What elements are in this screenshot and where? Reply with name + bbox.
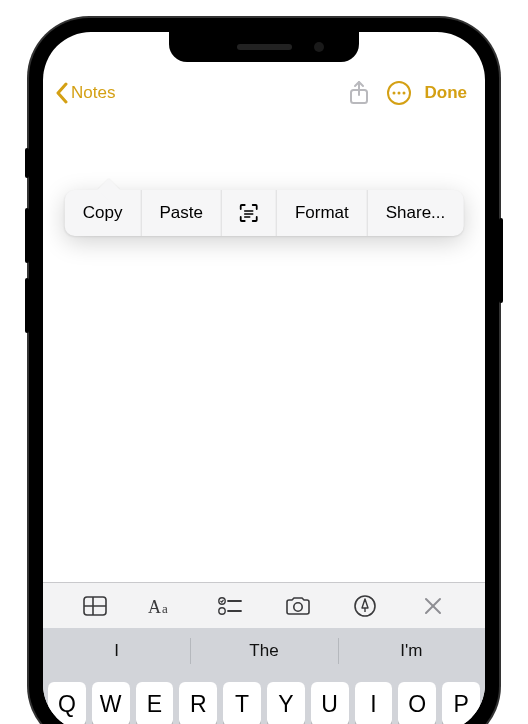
checklist-icon	[217, 595, 243, 617]
keyboard-toolbar: A a	[43, 582, 485, 628]
key-r[interactable]: R	[179, 682, 217, 724]
close-icon	[423, 596, 443, 616]
camera-button[interactable]	[276, 595, 320, 617]
close-toolbar-button[interactable]	[411, 596, 455, 616]
svg-point-3	[392, 92, 395, 95]
key-o[interactable]: O	[398, 682, 436, 724]
back-button[interactable]: Notes	[55, 82, 115, 104]
phone-frame: Notes Done Copy	[29, 18, 499, 724]
suggestion-1[interactable]: The	[190, 628, 337, 674]
suggestion-0[interactable]: I	[43, 628, 190, 674]
volume-down-button	[25, 278, 29, 333]
suggestions-bar: I The I'm	[43, 628, 485, 674]
table-button[interactable]	[73, 595, 117, 617]
key-u[interactable]: U	[311, 682, 349, 724]
key-e[interactable]: E	[136, 682, 174, 724]
speaker	[237, 44, 292, 50]
table-icon	[82, 595, 108, 617]
svg-point-16	[219, 607, 225, 613]
share-button[interactable]	[339, 80, 379, 106]
power-button	[499, 218, 503, 303]
key-i[interactable]: I	[355, 682, 393, 724]
context-menu: Copy Paste Format Share...	[65, 190, 464, 236]
key-w[interactable]: W	[92, 682, 130, 724]
suggestion-2[interactable]: I'm	[338, 628, 485, 674]
context-share[interactable]: Share...	[368, 190, 464, 236]
key-p[interactable]: P	[442, 682, 480, 724]
done-button[interactable]: Done	[419, 83, 468, 103]
svg-point-4	[397, 92, 400, 95]
back-label: Notes	[71, 83, 115, 103]
keyboard-row: Q W E R T Y U I O P	[43, 674, 485, 724]
ellipsis-circle-icon	[386, 80, 412, 106]
text-format-button[interactable]: A a	[140, 595, 184, 617]
scan-text-icon	[238, 202, 260, 224]
chevron-left-icon	[55, 82, 69, 104]
context-paste[interactable]: Paste	[141, 190, 221, 236]
svg-text:a: a	[162, 601, 168, 616]
share-icon	[348, 80, 370, 106]
markup-button[interactable]	[343, 594, 387, 618]
notch	[169, 32, 359, 62]
context-copy[interactable]: Copy	[65, 190, 142, 236]
key-q[interactable]: Q	[48, 682, 86, 724]
svg-text:A: A	[148, 597, 161, 617]
key-t[interactable]: T	[223, 682, 261, 724]
context-scan-text[interactable]	[222, 190, 277, 236]
camera-icon	[284, 595, 312, 617]
svg-point-18	[294, 602, 302, 610]
screen: Notes Done Copy	[43, 32, 485, 724]
markup-icon	[353, 594, 377, 618]
key-y[interactable]: Y	[267, 682, 305, 724]
text-format-icon: A a	[147, 595, 177, 617]
context-format[interactable]: Format	[277, 190, 368, 236]
side-button	[25, 148, 29, 178]
svg-point-5	[402, 92, 405, 95]
more-button[interactable]	[379, 80, 419, 106]
front-camera	[314, 42, 324, 52]
volume-up-button	[25, 208, 29, 263]
checklist-button[interactable]	[208, 595, 252, 617]
